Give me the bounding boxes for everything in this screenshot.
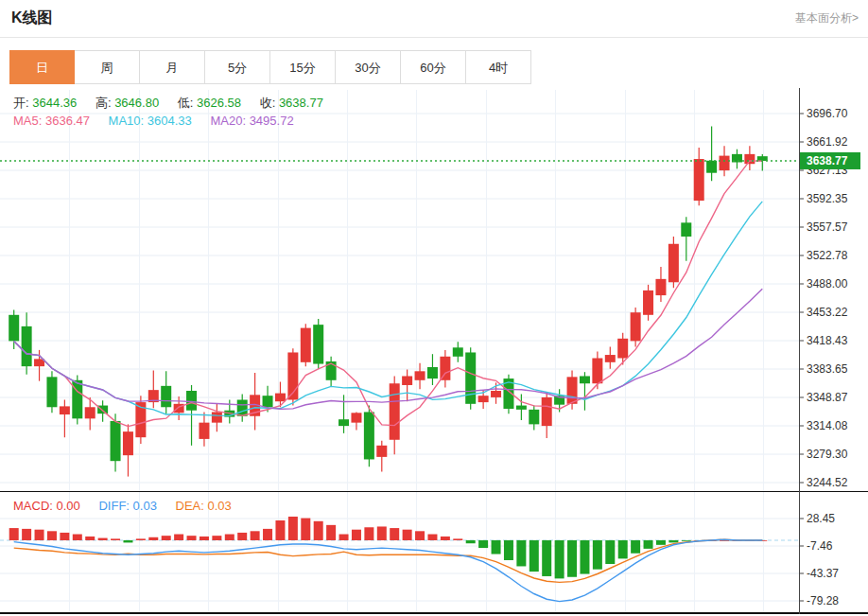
open-value: 3644.36	[32, 96, 77, 110]
ma20-label: MA20:	[210, 114, 246, 128]
svg-text:3557.57: 3557.57	[807, 220, 848, 234]
svg-text:3418.43: 3418.43	[807, 334, 848, 347]
svg-text:-43.37: -43.37	[807, 567, 839, 580]
close-label: 收:	[260, 96, 276, 110]
svg-text:3696.70: 3696.70	[807, 107, 848, 120]
chart-area: 3696.703661.923627.133592.353557.573522.…	[0, 88, 868, 616]
macd-value: 0.00	[57, 499, 80, 513]
header: K线图 基本面分析>	[0, 0, 868, 38]
ma5-value: 3636.47	[45, 114, 90, 128]
dea-label: DEA:	[176, 499, 204, 513]
ohlc-legend: 开: 3644.36 高: 3646.80 低: 3626.58 收: 3638…	[13, 95, 339, 112]
diff-value: 0.03	[133, 499, 157, 513]
svg-text:3453.22: 3453.22	[807, 306, 848, 319]
tab-monthly[interactable]: 月	[140, 50, 205, 84]
tab-60min[interactable]: 60分	[401, 50, 466, 84]
svg-text:3638.77: 3638.77	[807, 154, 848, 167]
svg-text:-7.46: -7.46	[807, 539, 833, 553]
period-tabs: 日 周 月 5分 15分 30分 60分 4时	[9, 50, 868, 84]
macd-label: MACD:	[13, 499, 53, 513]
ma20-value: 3495.72	[250, 114, 294, 128]
tab-weekly[interactable]: 周	[75, 50, 140, 84]
svg-text:28.45: 28.45	[807, 512, 835, 525]
tab-4hour[interactable]: 4时	[466, 50, 531, 84]
close-value: 3638.77	[279, 96, 323, 110]
tab-daily[interactable]: 日	[9, 50, 75, 84]
svg-text:3488.00: 3488.00	[807, 277, 848, 290]
svg-text:3244.52: 3244.52	[807, 476, 848, 489]
ma-legend: MA5: 3636.47 MA10: 3604.33 MA20: 3495.72	[13, 114, 309, 128]
tab-30min[interactable]: 30分	[336, 50, 401, 84]
open-label: 开:	[13, 96, 29, 110]
svg-text:3279.30: 3279.30	[807, 448, 848, 461]
svg-text:3661.92: 3661.92	[807, 135, 848, 149]
diff-label: DIFF:	[98, 499, 130, 513]
low-label: 低:	[178, 96, 194, 110]
svg-text:-79.28: -79.28	[807, 594, 839, 607]
ma10-label: MA10:	[109, 114, 145, 128]
svg-text:3348.87: 3348.87	[807, 391, 848, 404]
high-value: 3646.80	[114, 96, 159, 110]
page-title: K线图	[11, 9, 53, 28]
fundamental-analysis-link[interactable]: 基本面分析>	[795, 10, 859, 26]
kline-chart[interactable]: 3696.703661.923627.133592.353557.573522.…	[0, 88, 868, 616]
low-value: 3626.58	[197, 96, 241, 110]
high-label: 高:	[95, 96, 112, 110]
dea-value: 0.03	[207, 499, 231, 513]
tab-15min[interactable]: 15分	[270, 50, 336, 84]
svg-text:3314.08: 3314.08	[807, 419, 848, 432]
tab-5min[interactable]: 5分	[205, 50, 270, 84]
macd-legend: MACD: 0.00 DIFF: 0.03 DEA: 0.03	[13, 499, 247, 513]
svg-text:3383.65: 3383.65	[807, 362, 848, 376]
ma5-label: MA5:	[13, 114, 42, 128]
svg-text:3522.78: 3522.78	[807, 249, 848, 262]
ma10-value: 3604.33	[148, 114, 192, 128]
svg-text:3592.35: 3592.35	[807, 192, 848, 205]
